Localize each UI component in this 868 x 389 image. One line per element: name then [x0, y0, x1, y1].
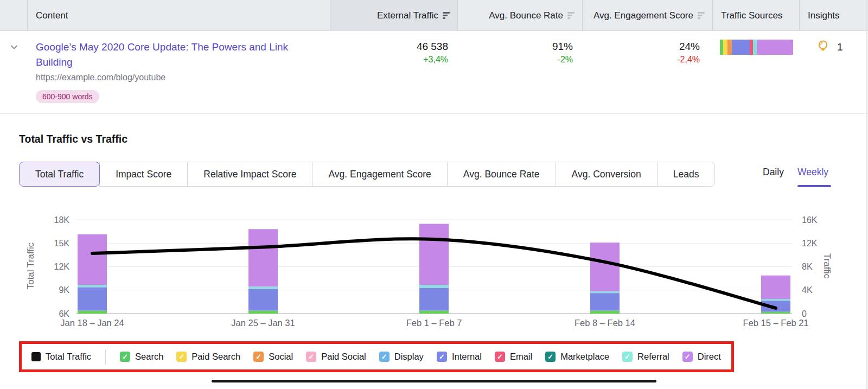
- legend-item-marketplace[interactable]: ✓Marketplace: [545, 352, 609, 362]
- tab-leads[interactable]: Leads: [657, 162, 716, 187]
- checkbox-social[interactable]: ✓: [253, 352, 264, 362]
- column-divider: [27, 0, 28, 31]
- column-label: Traffic Sources: [721, 10, 782, 21]
- bar-segment-internal-1: [248, 289, 278, 311]
- column-header-content[interactable]: Content: [36, 0, 68, 31]
- checkbox-internal[interactable]: ✓: [437, 352, 447, 362]
- bar-segment-referral-0: [78, 285, 107, 287]
- x-axis-label: Jan 18 – Jan 24: [60, 318, 124, 328]
- horizontal-scrollbar-thumb[interactable]: [212, 380, 656, 382]
- column-label: Insights: [808, 10, 840, 21]
- chart-title: Total Traffic vs Traffic: [19, 133, 127, 145]
- word-count-badge: 600-900 words: [36, 90, 99, 103]
- left-axis-tick: 9K: [59, 285, 69, 295]
- right-axis-tick: 8K: [802, 262, 813, 271]
- legend-item-paid-search[interactable]: ✓Paid Search: [176, 352, 240, 362]
- legend-item-referral[interactable]: ✓Referral: [622, 352, 669, 362]
- bounce-rate-cell: 91% -2%: [552, 41, 573, 65]
- tab-avg-conversion[interactable]: Avg. Conversion: [556, 162, 658, 187]
- left-axis-tick: 6K: [59, 309, 69, 318]
- swatch-total-traffic[interactable]: [31, 352, 41, 361]
- legend-label: Paid Social: [321, 352, 366, 362]
- granularity-daily[interactable]: Daily: [763, 167, 784, 178]
- sort-icon: [698, 12, 705, 19]
- sort-descending-icon: [443, 12, 450, 19]
- traffic-source-segment-direct: [757, 40, 793, 55]
- column-label: External Traffic: [377, 10, 438, 21]
- sort-icon: [567, 12, 575, 19]
- external-traffic-cell: 46 538 +3,4%: [417, 41, 448, 65]
- bar-segment-search-3: [590, 311, 620, 314]
- checkbox-paid-social[interactable]: ✓: [306, 352, 316, 362]
- column-header-traffic-sources[interactable]: Traffic Sources: [721, 0, 782, 31]
- checkbox-referral[interactable]: ✓: [622, 352, 633, 362]
- tab-avg-bounce-rate[interactable]: Avg. Bounce Rate: [447, 162, 556, 187]
- insights-count: 1: [837, 41, 843, 53]
- legend-label: Total Traffic: [46, 352, 91, 362]
- traffic-source-segment-internal: [732, 40, 750, 55]
- window-edge: [866, 0, 867, 389]
- bar-segment-direct-0: [78, 234, 107, 285]
- x-axis-label: Feb 8 – Feb 14: [575, 318, 635, 328]
- x-axis-label: Feb 1 – Feb 7: [406, 318, 462, 328]
- content-url: https://example.com/blog/youtube: [36, 73, 165, 82]
- column-header-avg-bounce-rate[interactable]: Avg. Bounce Rate: [457, 0, 582, 31]
- column-header-insights[interactable]: Insights: [808, 0, 840, 31]
- row-expander-chevron-icon[interactable]: [9, 42, 20, 55]
- bar-segment-search-0: [78, 311, 107, 314]
- legend-label: Marketplace: [560, 352, 609, 362]
- column-divider: [712, 0, 713, 31]
- tab-impact-score[interactable]: Impact Score: [99, 162, 188, 187]
- weekly-selected-underline: [797, 185, 831, 187]
- legend-item-display[interactable]: ✓Display: [379, 352, 424, 362]
- legend-item-search[interactable]: ✓Search: [120, 352, 163, 362]
- legend-item-email[interactable]: ✓Email: [495, 352, 532, 362]
- checkbox-search[interactable]: ✓: [120, 352, 130, 362]
- column-label: Avg. Bounce Rate: [489, 10, 563, 21]
- checkbox-marketplace[interactable]: ✓: [545, 352, 556, 362]
- insights-lightbulb-icon[interactable]: [815, 39, 831, 56]
- traffic-sources-bar[interactable]: [720, 40, 793, 55]
- x-axis-label: Feb 15 – Feb 21: [743, 318, 808, 328]
- bar-segment-direct-4: [761, 276, 790, 299]
- checkbox-email[interactable]: ✓: [495, 352, 505, 362]
- granularity-weekly[interactable]: Weekly: [797, 167, 828, 178]
- left-axis-tick: 12K: [54, 262, 70, 271]
- external-traffic-value: 46 538: [417, 41, 448, 53]
- checkbox-paid-search[interactable]: ✓: [176, 352, 187, 362]
- legend-item-paid-social[interactable]: ✓Paid Social: [306, 352, 366, 362]
- legend-item-direct[interactable]: ✓Direct: [682, 352, 721, 362]
- legend-item-total-traffic[interactable]: Total Traffic: [31, 352, 91, 362]
- content-title-link[interactable]: Google’s May 2020 Core Update: The Power…: [36, 40, 310, 70]
- bar-segment-internal-3: [590, 293, 620, 310]
- legend-label: Display: [394, 352, 424, 362]
- legend-label: Paid Search: [192, 352, 240, 362]
- tab-avg-engagement-score[interactable]: Avg. Engagement Score: [312, 162, 447, 187]
- right-axis-tick: 0: [802, 309, 807, 318]
- checkbox-display[interactable]: ✓: [379, 352, 390, 362]
- column-header-external-traffic[interactable]: External Traffic: [330, 0, 457, 31]
- bar-segment-search-1: [248, 311, 278, 314]
- right-axis-tick: 16K: [802, 215, 818, 225]
- traffic-source-segment-referral: [753, 40, 757, 55]
- bounce-rate-change: -2%: [552, 55, 573, 65]
- metric-tabs: Total Traffic Impact Score Relative Impa…: [19, 162, 715, 187]
- legend-item-internal[interactable]: ✓Internal: [437, 352, 482, 362]
- column-label: Avg. Engagement Score: [593, 10, 693, 21]
- column-header-avg-engagement-score[interactable]: Avg. Engagement Score: [582, 0, 712, 31]
- tab-total-traffic[interactable]: Total Traffic: [19, 162, 100, 187]
- external-traffic-change: +3,4%: [417, 55, 448, 65]
- left-axis-tick: 18K: [54, 215, 70, 225]
- bar-segment-direct-2: [419, 224, 449, 285]
- right-axis-tick: 4K: [802, 285, 813, 295]
- chart-legend-highlighted: Total Traffic✓Search✓Paid Search✓Social✓…: [19, 341, 734, 372]
- checkbox-direct[interactable]: ✓: [682, 352, 693, 362]
- legend-label: Social: [269, 352, 293, 362]
- traffic-source-segment-paid-search: [723, 40, 727, 55]
- legend-item-social[interactable]: ✓Social: [253, 352, 293, 362]
- table-header: Content External Traffic Avg. Bounce Rat…: [0, 0, 868, 31]
- bar-segment-direct-1: [248, 229, 278, 286]
- tab-relative-impact-score[interactable]: Relative Impact Score: [187, 162, 312, 187]
- traffic-source-segment-social: [727, 40, 732, 55]
- bar-segment-referral-2: [419, 285, 449, 288]
